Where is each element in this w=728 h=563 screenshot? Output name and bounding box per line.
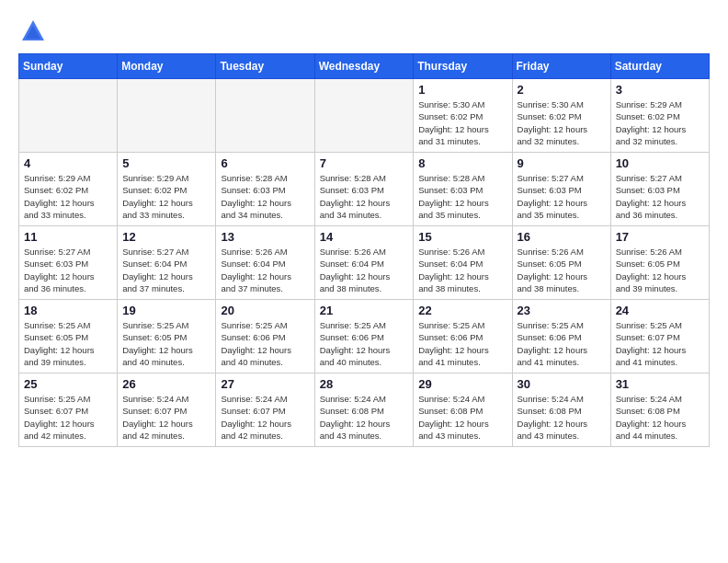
weekday-header-sunday: Sunday [19, 54, 118, 79]
day-info: Sunrise: 5:24 AM Sunset: 6:07 PM Dayligh… [122, 393, 210, 442]
day-info: Sunrise: 5:26 AM Sunset: 6:04 PM Dayligh… [221, 246, 309, 294]
page-header [18, 18, 710, 44]
day-cell-3: 3Sunrise: 5:29 AM Sunset: 6:02 PM Daylig… [610, 79, 709, 153]
day-info: Sunrise: 5:25 AM Sunset: 6:07 PM Dayligh… [616, 319, 704, 368]
day-cell-19: 19Sunrise: 5:25 AM Sunset: 6:05 PM Dayli… [118, 300, 216, 373]
week-row-5: 25Sunrise: 5:25 AM Sunset: 6:07 PM Dayli… [19, 373, 710, 447]
day-info: Sunrise: 5:25 AM Sunset: 6:05 PM Dayligh… [122, 319, 210, 368]
day-cell-7: 7Sunrise: 5:28 AM Sunset: 6:03 PM Daylig… [314, 153, 414, 226]
day-number: 15 [418, 230, 506, 244]
day-cell-8: 8Sunrise: 5:28 AM Sunset: 6:03 PM Daylig… [414, 153, 512, 226]
logo [18, 18, 46, 44]
day-number: 14 [320, 230, 409, 244]
day-number: 29 [418, 377, 506, 391]
day-cell-10: 10Sunrise: 5:27 AM Sunset: 6:03 PM Dayli… [610, 153, 709, 226]
day-cell-18: 18Sunrise: 5:25 AM Sunset: 6:05 PM Dayli… [19, 300, 118, 373]
day-info: Sunrise: 5:24 AM Sunset: 6:08 PM Dayligh… [518, 393, 606, 442]
day-info: Sunrise: 5:26 AM Sunset: 6:04 PM Dayligh… [418, 246, 506, 294]
day-number: 12 [122, 230, 210, 244]
day-number: 2 [518, 83, 606, 97]
day-number: 28 [320, 377, 409, 391]
day-cell-17: 17Sunrise: 5:26 AM Sunset: 6:05 PM Dayli… [610, 226, 709, 300]
day-cell-15: 15Sunrise: 5:26 AM Sunset: 6:04 PM Dayli… [414, 226, 512, 300]
day-cell-1: 1Sunrise: 5:30 AM Sunset: 6:02 PM Daylig… [414, 79, 512, 153]
weekday-header-tuesday: Tuesday [216, 54, 314, 79]
day-number: 25 [24, 377, 112, 391]
day-number: 19 [122, 304, 210, 317]
empty-cell [314, 79, 414, 153]
day-cell-25: 25Sunrise: 5:25 AM Sunset: 6:07 PM Dayli… [19, 373, 118, 447]
day-number: 24 [616, 304, 704, 317]
day-number: 8 [418, 156, 506, 170]
day-cell-21: 21Sunrise: 5:25 AM Sunset: 6:06 PM Dayli… [314, 300, 414, 373]
day-info: Sunrise: 5:29 AM Sunset: 6:02 PM Dayligh… [122, 172, 210, 221]
day-number: 9 [518, 156, 606, 170]
day-info: Sunrise: 5:27 AM Sunset: 6:03 PM Dayligh… [24, 246, 112, 294]
day-info: Sunrise: 5:25 AM Sunset: 6:06 PM Dayligh… [320, 319, 409, 368]
day-info: Sunrise: 5:28 AM Sunset: 6:03 PM Dayligh… [221, 172, 309, 221]
day-number: 31 [616, 377, 704, 391]
day-cell-29: 29Sunrise: 5:24 AM Sunset: 6:08 PM Dayli… [414, 373, 512, 447]
day-cell-31: 31Sunrise: 5:24 AM Sunset: 6:08 PM Dayli… [610, 373, 709, 447]
weekday-header-friday: Friday [512, 54, 610, 79]
day-info: Sunrise: 5:25 AM Sunset: 6:06 PM Dayligh… [418, 319, 506, 368]
day-number: 20 [221, 304, 309, 317]
day-cell-14: 14Sunrise: 5:26 AM Sunset: 6:04 PM Dayli… [314, 226, 414, 300]
week-row-1: 1Sunrise: 5:30 AM Sunset: 6:02 PM Daylig… [19, 79, 710, 153]
day-number: 7 [320, 156, 409, 170]
day-info: Sunrise: 5:28 AM Sunset: 6:03 PM Dayligh… [418, 172, 506, 221]
weekday-header-wednesday: Wednesday [314, 54, 414, 79]
day-number: 3 [616, 83, 704, 97]
day-number: 10 [616, 156, 704, 170]
day-number: 23 [518, 304, 606, 317]
day-cell-11: 11Sunrise: 5:27 AM Sunset: 6:03 PM Dayli… [19, 226, 118, 300]
day-info: Sunrise: 5:28 AM Sunset: 6:03 PM Dayligh… [320, 172, 409, 221]
day-number: 5 [122, 156, 210, 170]
day-cell-27: 27Sunrise: 5:24 AM Sunset: 6:07 PM Dayli… [216, 373, 314, 447]
day-cell-13: 13Sunrise: 5:26 AM Sunset: 6:04 PM Dayli… [216, 226, 314, 300]
empty-cell [216, 79, 314, 153]
day-info: Sunrise: 5:30 AM Sunset: 6:02 PM Dayligh… [518, 98, 606, 147]
day-info: Sunrise: 5:27 AM Sunset: 6:03 PM Dayligh… [518, 172, 606, 221]
day-number: 21 [320, 304, 409, 317]
day-number: 30 [518, 377, 606, 391]
day-info: Sunrise: 5:26 AM Sunset: 6:05 PM Dayligh… [518, 246, 606, 294]
day-number: 22 [418, 304, 506, 317]
day-info: Sunrise: 5:25 AM Sunset: 6:06 PM Dayligh… [221, 319, 309, 368]
day-info: Sunrise: 5:25 AM Sunset: 6:07 PM Dayligh… [24, 393, 112, 442]
calendar-table: SundayMondayTuesdayWednesdayThursdayFrid… [18, 53, 710, 447]
day-number: 11 [24, 230, 112, 244]
day-cell-16: 16Sunrise: 5:26 AM Sunset: 6:05 PM Dayli… [512, 226, 610, 300]
weekday-header-monday: Monday [118, 54, 216, 79]
day-info: Sunrise: 5:27 AM Sunset: 6:04 PM Dayligh… [122, 246, 210, 294]
empty-cell [19, 79, 118, 153]
week-row-3: 11Sunrise: 5:27 AM Sunset: 6:03 PM Dayli… [19, 226, 710, 300]
day-info: Sunrise: 5:29 AM Sunset: 6:02 PM Dayligh… [24, 172, 112, 221]
day-cell-12: 12Sunrise: 5:27 AM Sunset: 6:04 PM Dayli… [118, 226, 216, 300]
day-number: 4 [24, 156, 112, 170]
weekday-header-row: SundayMondayTuesdayWednesdayThursdayFrid… [19, 54, 710, 79]
day-number: 26 [122, 377, 210, 391]
day-info: Sunrise: 5:25 AM Sunset: 6:05 PM Dayligh… [24, 319, 112, 368]
day-info: Sunrise: 5:24 AM Sunset: 6:08 PM Dayligh… [616, 393, 704, 442]
day-cell-26: 26Sunrise: 5:24 AM Sunset: 6:07 PM Dayli… [118, 373, 216, 447]
day-cell-4: 4Sunrise: 5:29 AM Sunset: 6:02 PM Daylig… [19, 153, 118, 226]
day-info: Sunrise: 5:27 AM Sunset: 6:03 PM Dayligh… [616, 172, 704, 221]
day-number: 13 [221, 230, 309, 244]
week-row-4: 18Sunrise: 5:25 AM Sunset: 6:05 PM Dayli… [19, 300, 710, 373]
day-info: Sunrise: 5:29 AM Sunset: 6:02 PM Dayligh… [616, 98, 704, 147]
day-number: 27 [221, 377, 309, 391]
day-number: 1 [418, 83, 506, 97]
day-info: Sunrise: 5:24 AM Sunset: 6:07 PM Dayligh… [221, 393, 309, 442]
day-info: Sunrise: 5:25 AM Sunset: 6:06 PM Dayligh… [518, 319, 606, 368]
day-info: Sunrise: 5:24 AM Sunset: 6:08 PM Dayligh… [320, 393, 409, 442]
day-cell-5: 5Sunrise: 5:29 AM Sunset: 6:02 PM Daylig… [118, 153, 216, 226]
day-cell-9: 9Sunrise: 5:27 AM Sunset: 6:03 PM Daylig… [512, 153, 610, 226]
day-info: Sunrise: 5:30 AM Sunset: 6:02 PM Dayligh… [418, 98, 506, 147]
day-cell-6: 6Sunrise: 5:28 AM Sunset: 6:03 PM Daylig… [216, 153, 314, 226]
empty-cell [118, 79, 216, 153]
day-cell-24: 24Sunrise: 5:25 AM Sunset: 6:07 PM Dayli… [610, 300, 709, 373]
day-cell-23: 23Sunrise: 5:25 AM Sunset: 6:06 PM Dayli… [512, 300, 610, 373]
day-info: Sunrise: 5:26 AM Sunset: 6:05 PM Dayligh… [616, 246, 704, 294]
day-cell-28: 28Sunrise: 5:24 AM Sunset: 6:08 PM Dayli… [314, 373, 414, 447]
